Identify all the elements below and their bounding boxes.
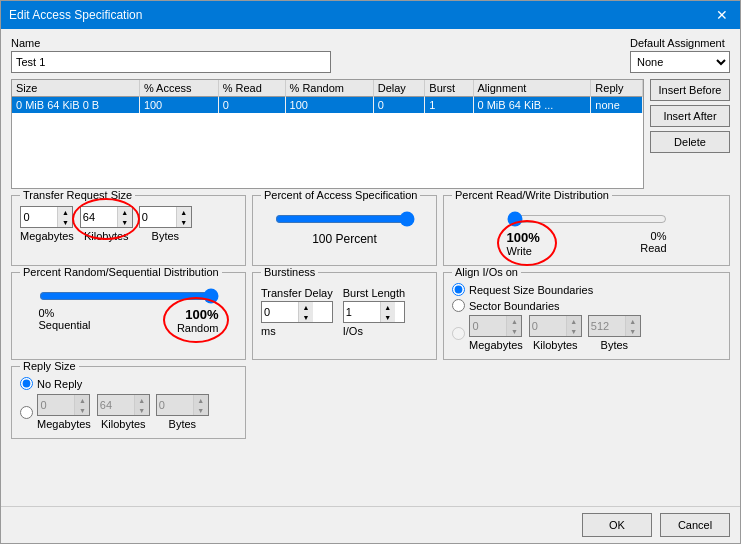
cell-delay: 0 — [373, 97, 425, 114]
align-option2-label: Sector Boundaries — [469, 300, 560, 312]
align-kb-spinner[interactable]: ▲ ▼ — [529, 315, 582, 337]
cell-alignment: 0 MiB 64 KiB ... — [473, 97, 591, 114]
reply-kb-up[interactable]: ▲ — [135, 395, 149, 405]
trs-bytes-input[interactable] — [140, 207, 176, 227]
trs-kilobytes-input[interactable] — [81, 207, 117, 227]
insert-after-button[interactable]: Insert After — [650, 105, 730, 127]
reply-kb-input[interactable] — [98, 395, 134, 415]
align-mb-dn[interactable]: ▼ — [507, 326, 521, 336]
reply-kb-spinner[interactable]: ▲ ▼ — [97, 394, 150, 416]
align-b-up[interactable]: ▲ — [626, 316, 640, 326]
reply-size-row: Reply Size No Reply — [11, 366, 730, 439]
align-mb-spinner[interactable]: ▲ ▼ — [469, 315, 522, 337]
burstiness-panel: Burstiness Transfer Delay ▲ ▼ ms — [252, 272, 437, 360]
reply-mb-dn[interactable]: ▼ — [75, 405, 89, 415]
table-row[interactable]: 0 MiB 64 KiB 0 B 100 0 100 0 1 0 MiB 64 … — [12, 97, 643, 114]
percent-rw-panel: Percent Read/Write Distribution 100% Wri… — [443, 195, 730, 266]
trs-b-up[interactable]: ▲ — [177, 207, 191, 217]
ios-label: I/Os — [343, 325, 405, 337]
trs-mb-dn[interactable]: ▼ — [58, 217, 72, 227]
read-pct: 0% — [651, 230, 667, 242]
align-b-input[interactable] — [589, 316, 625, 336]
reply-mb-spinner[interactable]: ▲ ▼ — [37, 394, 90, 416]
bottom-panels: Percent Random/Sequential Distribution 0… — [11, 272, 730, 360]
titlebar: Edit Access Specification ✕ — [1, 1, 740, 29]
align-b-spinner[interactable]: ▲ ▼ — [588, 315, 641, 337]
bl-up[interactable]: ▲ — [381, 302, 395, 312]
table-button-panel: Insert Before Insert After Delete — [650, 79, 730, 189]
td-dn[interactable]: ▼ — [299, 312, 313, 322]
col-reply: Reply — [591, 80, 643, 97]
insert-before-button[interactable]: Insert Before — [650, 79, 730, 101]
trs-b-dn[interactable]: ▼ — [177, 217, 191, 227]
transfer-delay-input[interactable] — [262, 302, 298, 322]
trs-kb-dn[interactable]: ▼ — [118, 217, 132, 227]
align-radio-3[interactable] — [452, 327, 465, 340]
sequential-pct: 0% — [39, 307, 55, 319]
write-pct: 100% — [507, 230, 540, 245]
trs-bytes-spinner[interactable]: ▲ ▼ — [139, 206, 192, 228]
align-option1-label: Request Size Boundaries — [469, 284, 593, 296]
transfer-delay-label: Transfer Delay — [261, 287, 333, 299]
align-kb-col: ▲ ▼ Kilobytes — [529, 315, 582, 351]
align-b-dn[interactable]: ▼ — [626, 326, 640, 336]
col-read: % Read — [218, 80, 285, 97]
reply-spinners: ▲ ▼ Megabytes ▲ — [37, 394, 209, 430]
reply-mb-label: Megabytes — [37, 418, 91, 430]
align-mb-input[interactable] — [470, 316, 506, 336]
cancel-button[interactable]: Cancel — [660, 513, 730, 537]
name-label: Name — [11, 37, 331, 49]
default-assignment-group: Default Assignment None Read Write — [630, 37, 730, 73]
reply-mb-col: ▲ ▼ Megabytes — [37, 394, 91, 430]
align-mb-label: Megabytes — [469, 339, 523, 351]
percent-access-slider[interactable] — [275, 210, 415, 228]
ok-button[interactable]: OK — [582, 513, 652, 537]
bl-dn[interactable]: ▼ — [381, 312, 395, 322]
align-radio-1[interactable] — [452, 283, 465, 296]
burst-length-input[interactable] — [344, 302, 380, 322]
reply-b-input[interactable] — [157, 395, 193, 415]
align-kb-dn[interactable]: ▼ — [567, 326, 581, 336]
percent-rw-slider[interactable] — [507, 210, 667, 228]
align-radio-2[interactable] — [452, 299, 465, 312]
reply-no-reply-label: No Reply — [37, 378, 82, 390]
trs-mb-up[interactable]: ▲ — [58, 207, 72, 217]
trs-kilobytes-col: ▲ ▼ Kilobytes — [80, 206, 133, 242]
dialog-title: Edit Access Specification — [9, 8, 142, 22]
align-radio-row-3: ▲ ▼ Megabytes ▲ — [452, 315, 721, 351]
reply-mb-up[interactable]: ▲ — [75, 395, 89, 405]
dialog: Edit Access Specification ✕ Name Default… — [0, 0, 741, 544]
trs-kb-up[interactable]: ▲ — [118, 207, 132, 217]
burst-length-label: Burst Length — [343, 287, 405, 299]
align-spinners: ▲ ▼ Megabytes ▲ — [469, 315, 641, 351]
trs-kilobytes-spinner[interactable]: ▲ ▼ — [80, 206, 133, 228]
reply-mb-input[interactable] — [38, 395, 74, 415]
burst-length-spinner[interactable]: ▲ ▼ — [343, 301, 405, 323]
align-kb-label: Kilobytes — [533, 339, 578, 351]
name-input[interactable] — [11, 51, 331, 73]
reply-kb-dn[interactable]: ▼ — [135, 405, 149, 415]
reply-b-spinner[interactable]: ▲ ▼ — [156, 394, 209, 416]
align-kb-up[interactable]: ▲ — [567, 316, 581, 326]
transfer-delay-spinner[interactable]: ▲ ▼ — [261, 301, 333, 323]
burst-length-group: Burst Length ▲ ▼ I/Os — [343, 287, 405, 337]
trs-megabytes-spinner[interactable]: ▲ ▼ — [20, 206, 73, 228]
col-access: % Access — [139, 80, 218, 97]
trs-megabytes-label: Megabytes — [20, 230, 74, 242]
trs-megabytes-input[interactable] — [21, 207, 57, 227]
random-pct: 100% — [185, 307, 218, 322]
delete-button[interactable]: Delete — [650, 131, 730, 153]
cell-burst: 1 — [425, 97, 473, 114]
close-icon[interactable]: ✕ — [712, 7, 732, 23]
default-assignment-select[interactable]: None Read Write — [630, 51, 730, 73]
align-kb-input[interactable] — [530, 316, 566, 336]
write-label: Write — [507, 245, 532, 257]
reply-b-dn[interactable]: ▼ — [194, 405, 208, 415]
reply-no-reply-radio[interactable] — [20, 377, 33, 390]
reply-custom-radio[interactable] — [20, 406, 33, 419]
td-up[interactable]: ▲ — [299, 302, 313, 312]
col-alignment: Alignment — [473, 80, 591, 97]
align-mb-up[interactable]: ▲ — [507, 316, 521, 326]
reply-b-up[interactable]: ▲ — [194, 395, 208, 405]
percent-random-slider[interactable] — [39, 287, 219, 305]
